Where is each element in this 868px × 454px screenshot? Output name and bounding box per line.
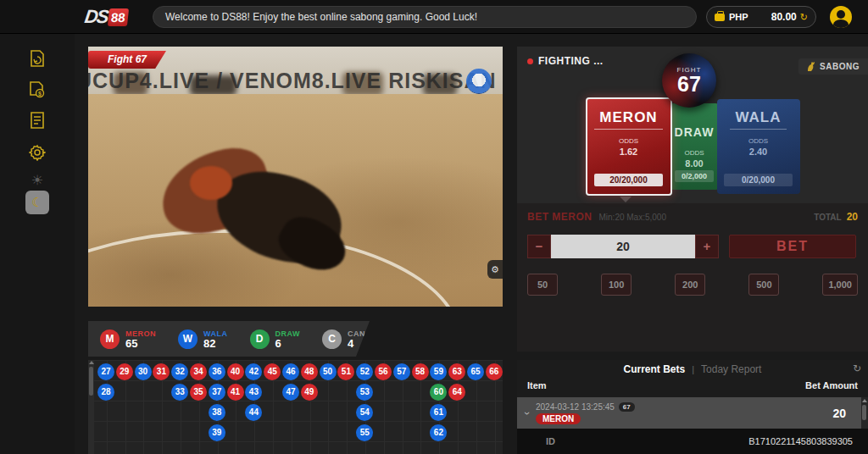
meron-bet-card[interactable]: MERON ODDS 1.62 20/20,000	[586, 97, 672, 196]
wallet-icon	[715, 14, 725, 21]
result-cell: 64	[448, 384, 465, 401]
quick-amount-50[interactable]: 50	[527, 274, 558, 296]
result-cell: 46	[282, 363, 299, 380]
bet-side-pill: MERON	[536, 413, 581, 424]
result-cell: 39	[209, 424, 225, 441]
transactions-icon[interactable]: $	[25, 78, 49, 102]
result-cell: 32	[171, 363, 188, 380]
app-root: DS 88 Welcome to DS88! Enjoy the best on…	[0, 0, 868, 454]
result-cell: 65	[467, 363, 484, 380]
result-cell: 50	[320, 363, 337, 380]
balance-value: 80.00	[771, 11, 797, 23]
result-cell: 55	[356, 424, 373, 441]
col-item: Item	[527, 380, 547, 396]
quick-amounts-row: 50 100 200 500 1,000	[527, 274, 858, 296]
wallet-balance[interactable]: PHP 80.00 ↻	[706, 6, 816, 28]
records-icon[interactable]	[25, 108, 49, 132]
cancel-bubble-icon: C	[322, 329, 342, 349]
ds88-logo[interactable]: DS 88	[85, 5, 127, 29]
wala-pool: 0/20,000	[724, 174, 792, 186]
result-cell: 37	[209, 384, 225, 401]
draw-count-stat: D DRAW6	[250, 329, 301, 349]
result-cell: 49	[301, 384, 318, 401]
bet-row[interactable]: › 2024-03-12 13:25:45 67 MERON 20	[517, 397, 861, 429]
quick-amount-200[interactable]: 200	[675, 274, 705, 296]
current-bets-panel: Current Bets | Today Report ↻ Item Bet A…	[517, 360, 868, 454]
result-cell: 60	[430, 384, 447, 401]
welcome-marquee: Welcome to DS88! Enjoy the best online s…	[153, 6, 697, 28]
result-cell: 48	[301, 363, 318, 380]
bets-scrollbar[interactable]	[861, 397, 868, 429]
wala-title: WALA	[730, 109, 786, 130]
quick-amount-500[interactable]: 500	[748, 274, 779, 296]
meron-odds-value: 1.62	[620, 147, 637, 157]
bet-submit-button[interactable]: BET	[729, 235, 856, 258]
refresh-balance-icon[interactable]: ↻	[800, 12, 808, 23]
draw-title: DRAW	[670, 114, 720, 141]
meron-stat-label: MERON	[125, 329, 156, 338]
cancel-stat-label: CANCEL	[348, 329, 382, 338]
wala-count-stat: W WALA82	[178, 329, 228, 349]
bet-time: 2024-03-12 13:25:45	[536, 402, 615, 412]
result-cell: 30	[135, 363, 152, 380]
selected-card-arrow	[620, 197, 632, 202]
result-cell: 45	[264, 363, 281, 380]
results-grid[interactable]: 2728293031323334353637383940414243444546…	[88, 360, 503, 454]
result-cell: 53	[356, 384, 373, 401]
stream-watermark: UCUP4.LIVE / VENOM8.LIVE RISKISAN	[88, 69, 503, 93]
wala-stat-label: WALA	[203, 329, 228, 338]
live-video-player[interactable]: UCUP4.LIVE / VENOM8.LIVE RISKISAN Fight …	[88, 47, 503, 307]
result-cell: 59	[430, 363, 447, 380]
scroll-up-icon[interactable]	[89, 361, 94, 364]
scroll-thumb[interactable]	[89, 367, 93, 396]
bet-stepper-row: − + BET	[527, 235, 858, 258]
logo-ds-text: DS	[83, 6, 108, 28]
light-mode-icon[interactable]: ☀	[25, 168, 49, 191]
result-cell: 44	[245, 404, 262, 421]
quick-amount-100[interactable]: 100	[601, 274, 632, 296]
result-cell: 66	[486, 363, 503, 380]
meron-pool: 20/20,000	[594, 174, 662, 186]
provider-label: SABONG	[820, 62, 860, 71]
draw-odds-value: 8.00	[685, 158, 703, 169]
chevron-down-icon[interactable]: ›	[521, 412, 533, 415]
dark-mode-icon[interactable]: ☾	[25, 191, 49, 214]
result-cell: 31	[153, 363, 170, 380]
live-dot-icon	[527, 58, 533, 64]
provider-badge[interactable]: SABONG	[798, 58, 868, 75]
col-bet-amount: Bet Amount	[805, 380, 858, 396]
bets-refresh-icon[interactable]: ↻	[853, 363, 861, 374]
result-cell: 58	[412, 363, 429, 380]
result-cell: 54	[356, 404, 373, 421]
draw-odds-label: ODDS	[684, 149, 704, 157]
bet-history-icon[interactable]	[25, 47, 49, 70]
result-cell: 27	[97, 363, 114, 380]
sidebar: $ ☀ ☾	[0, 34, 75, 454]
tab-current-bets[interactable]: Current Bets	[624, 363, 686, 375]
grid-scrollbar[interactable]	[88, 360, 94, 454]
wala-odds-value: 2.40	[749, 147, 767, 157]
user-avatar[interactable]	[830, 6, 852, 28]
bets-scroll-thumb[interactable]	[862, 405, 866, 420]
bets-scroll-up-icon[interactable]	[862, 399, 867, 402]
result-cell: 52	[356, 363, 373, 380]
wala-bet-card[interactable]: WALA ODDS 2.40 0/20,000	[717, 99, 800, 194]
quick-amount-1000[interactable]: 1,000	[822, 274, 858, 296]
meron-title: MERON	[594, 109, 662, 130]
video-arena-ground	[88, 94, 503, 307]
meron-bubble-icon: M	[100, 329, 120, 349]
result-cell: 41	[227, 384, 244, 401]
tab-today-report[interactable]: Today Report	[701, 363, 761, 375]
draw-bet-card[interactable]: DRAW ODDS 8.00 0/2,000	[670, 103, 719, 190]
fight-status: FIGHTING ...	[527, 55, 604, 67]
result-cell: 38	[209, 404, 225, 421]
video-settings-icon[interactable]: ⚙	[487, 260, 503, 279]
increase-amount-button[interactable]: +	[695, 235, 719, 258]
settings-gear-icon[interactable]	[25, 141, 49, 164]
stream-logo-badge	[466, 69, 492, 94]
betting-panel: FIGHTING ... SABONG FIGHT 67 MERON ODDS …	[517, 47, 868, 352]
wala-odds-label: ODDS	[748, 137, 768, 145]
decrease-amount-button[interactable]: −	[527, 235, 551, 258]
bet-amount-input[interactable]	[551, 235, 695, 258]
result-cell: 62	[430, 424, 447, 441]
